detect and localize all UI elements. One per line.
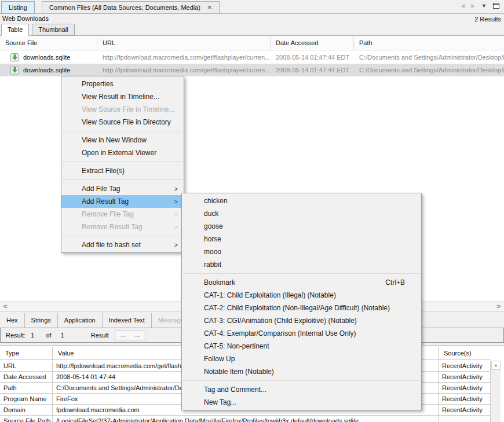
prev-result-icon[interactable]: ← (119, 331, 127, 340)
menu-item[interactable]: View in New Window > (61, 134, 184, 146)
menu-item-label: View Source File in Timeline... (82, 105, 175, 113)
menu-item: Remove Result Tag > (61, 221, 184, 233)
menu-item[interactable]: View Source File in Directory > (61, 116, 184, 129)
content-tab[interactable]: Indexed Text (103, 313, 152, 328)
column-header-url[interactable]: URL (97, 36, 271, 50)
menu-item-label: chicken (204, 197, 228, 205)
menu-item-label: CAT-1: Child Exploitation (Illegal) (Not… (204, 291, 336, 299)
cell-type: Path (0, 383, 53, 393)
results-count: 2 Results (474, 16, 501, 23)
menu-separator: > (61, 129, 184, 134)
menu-item-label: Add File Tag (82, 185, 120, 193)
menu-item[interactable]: mooo > (182, 245, 421, 258)
column-header-path[interactable]: Path (354, 36, 504, 50)
menu-item-label: Remove Result Tag (82, 223, 143, 231)
menu-separator: > (61, 159, 184, 164)
cell-url: http://fpdownload.macromedia.com/get/fla… (97, 64, 271, 76)
menu-item[interactable]: Follow Up > (182, 353, 421, 365)
menu-item[interactable]: CAT-5: Non-pertinent > (182, 340, 421, 353)
tab-table[interactable]: Table (1, 24, 29, 36)
content-tab-label: Message (158, 317, 184, 324)
content-tab[interactable]: Application (58, 313, 103, 328)
menu-item-label: Remove File Tag (82, 210, 134, 218)
tab-common-files[interactable]: Common Files (All Data Sources, Document… (42, 1, 220, 14)
menu-item[interactable]: CAT-2: Child Exploitation (Non-Illegal/A… (182, 302, 421, 314)
cell-type: Domain (0, 405, 53, 415)
menu-item-label: Open in External Viewer (82, 149, 156, 157)
scroll-right-icon[interactable]: > (494, 302, 503, 311)
result-page-label: Result (91, 332, 109, 339)
scroll-left-icon[interactable]: < (1, 302, 10, 311)
download-icon (10, 66, 19, 75)
menu-item[interactable]: Open in External Viewer > (61, 146, 184, 159)
menu-item[interactable]: goose > (182, 220, 421, 233)
menu-item[interactable]: chicken > (182, 195, 421, 207)
column-header-type[interactable]: Type (0, 347, 53, 360)
menu-separator: > (182, 378, 421, 383)
detail-row[interactable]: Source File Path /LogicalFileSet2/37-Adm… (0, 416, 491, 422)
tab-listing[interactable]: Listing (1, 1, 35, 14)
maximize-icon[interactable] (493, 3, 499, 9)
view-tab-bar: Table Thumbnail (0, 24, 75, 36)
menu-item[interactable]: horse > (182, 233, 421, 245)
content-tab-label: Indexed Text (109, 317, 145, 324)
column-header-sources[interactable]: Source(s) (439, 347, 491, 360)
tag-submenu: chicken > duck > goose > horse > mooo > (181, 193, 422, 410)
menu-item-label: CAT-5: Non-pertinent (204, 342, 269, 350)
page-title: Web Downloads (2, 15, 49, 22)
menu-item[interactable]: Notable Item (Notable) > (182, 365, 421, 378)
cell-date-accessed: 2008-05-14 01:47:44 EDT (271, 51, 354, 64)
result-current: 1 (31, 332, 34, 339)
menu-item-label: View Source File in Directory (82, 118, 171, 126)
menu-item-label: View Result in Timeline... (82, 93, 159, 101)
table-row[interactable]: downloads.sqlite http://fpdownload.macro… (0, 64, 504, 76)
content-tab-label: Application (64, 317, 96, 324)
cell-source: RecentActivity (439, 405, 491, 415)
column-header-source-file[interactable]: Source File (0, 36, 97, 50)
menu-item[interactable]: CAT-1: Child Exploitation (Illegal) (Not… (182, 289, 421, 302)
menu-item[interactable]: Properties > (61, 78, 184, 90)
column-header-date-accessed[interactable]: Date Accessed (271, 36, 354, 50)
vertical-scrollbar[interactable]: ▲ (491, 361, 501, 422)
menu-item[interactable]: Bookmark Ctrl+B > (182, 276, 421, 289)
next-result-icon[interactable]: → (133, 331, 141, 340)
menu-separator: > (61, 233, 184, 238)
content-tab[interactable]: Strings (25, 313, 58, 328)
menu-separator: > (61, 177, 184, 182)
nav-next-icon[interactable]: ▶ (471, 3, 475, 9)
nav-prev-icon[interactable]: ◀ (461, 3, 465, 9)
cell-source: RecentActivity (439, 372, 491, 382)
result-of-label: of (46, 332, 51, 339)
source-file-name: downloads.sqlite (23, 51, 70, 64)
scroll-up-icon[interactable]: ▲ (491, 361, 501, 370)
tab-thumbnail[interactable]: Thumbnail (32, 24, 74, 35)
source-file-name: downloads.sqlite (23, 64, 70, 76)
menu-item[interactable]: Add File Tag > (61, 182, 184, 195)
app-window: Listing Common Files (All Data Sources, … (0, 0, 504, 422)
menu-item[interactable]: CAT-3: CGI/Animation (Child Exploitive) … (182, 314, 421, 327)
menu-item[interactable]: Tag and Comment... > (182, 383, 421, 396)
menu-item-label: Notable Item (Notable) (204, 368, 274, 376)
menu-item[interactable]: Extract File(s) > (61, 164, 184, 177)
menu-item[interactable]: Add Result Tag > (61, 195, 184, 208)
menu-item[interactable]: View Result in Timeline... > (61, 90, 184, 103)
dropdown-icon[interactable]: ▼ (481, 3, 487, 9)
menu-item-label: Add file to hash set (82, 241, 141, 249)
close-icon[interactable]: × (207, 2, 212, 13)
cell-path: C:/Documents and Settings/Administrator/… (354, 51, 504, 64)
menu-item[interactable]: Add file to hash set > (61, 238, 184, 251)
context-menu: Properties > View Result in Timeline... … (61, 76, 184, 253)
window-tab-bar: Listing Common Files (All Data Sources, … (0, 0, 504, 14)
menu-item[interactable]: New Tag... > (182, 396, 421, 409)
submenu-arrow-icon: > (174, 182, 178, 195)
table-row[interactable]: downloads.sqlite http://fpdownload.macro… (0, 51, 504, 64)
cell-value: /LogicalFileSet2/37-Administrator/Applic… (53, 416, 439, 422)
menu-item-label: horse (204, 235, 221, 243)
listing-subheader: Web Downloads 2 Results (0, 14, 504, 24)
menu-item[interactable]: duck > (182, 207, 421, 220)
menu-item[interactable]: CAT-4: Exemplar/Comparison (Internal Use… (182, 327, 421, 340)
menu-item-label: CAT-3: CGI/Animation (Child Exploitive) … (204, 317, 357, 325)
menu-item[interactable]: rabbit > (182, 258, 421, 271)
content-tab[interactable]: Hex (0, 313, 25, 328)
menu-item-label: New Tag... (204, 398, 236, 406)
